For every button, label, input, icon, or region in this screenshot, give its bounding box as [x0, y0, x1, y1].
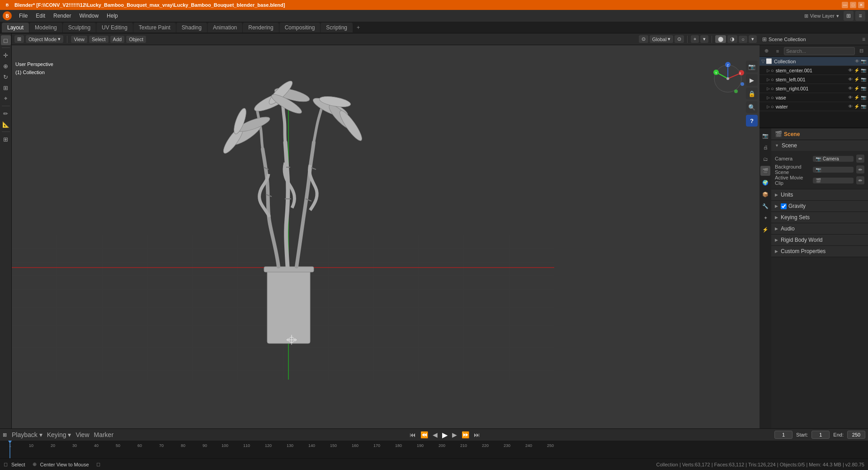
outliner-view-layer-btn[interactable]: ⊕	[761, 46, 771, 56]
outliner-sort-btn[interactable]: ≡	[773, 46, 783, 56]
tool-select[interactable]: ◻	[1, 35, 11, 45]
prop-tab-physics[interactable]: ⚡	[760, 225, 770, 235]
prop-tab-output[interactable]: 🖨	[760, 142, 770, 152]
jump-to-start-button[interactable]: ⏮	[408, 431, 417, 438]
viewport-gizmo[interactable]: X Y Z	[710, 61, 746, 97]
toggle-sidebar-button[interactable]: ≡	[855, 11, 865, 21]
section-custom-props-header[interactable]: ▶ Custom Properties	[771, 246, 868, 257]
background-edit-btn[interactable]: ✏	[856, 165, 864, 174]
gravity-checkbox[interactable]	[781, 203, 787, 209]
timeline-ruler[interactable]: 1 10 20 30 40 50 60 70 80 90 100 110 120…	[0, 441, 868, 458]
section-units-header[interactable]: ▶ Units	[771, 189, 868, 200]
tool-transform[interactable]: ⌖	[1, 94, 11, 103]
add-workspace-button[interactable]: +	[353, 23, 363, 33]
movie-clip-value[interactable]: 🎬	[813, 178, 854, 183]
viewport-lock-button[interactable]: 🔒	[746, 88, 758, 99]
tool-scale[interactable]: ⊞	[1, 83, 11, 93]
tool-add[interactable]: ⊞	[1, 134, 11, 144]
tool-rotate[interactable]: ↻	[1, 72, 11, 82]
tab-sculpting[interactable]: Sculpting	[63, 23, 96, 33]
tab-modeling[interactable]: Modeling	[29, 23, 62, 33]
proportional-edit-button[interactable]: ⊙	[675, 35, 684, 43]
tool-move[interactable]: ⊕	[1, 61, 11, 71]
render-button[interactable]: ▶	[746, 74, 758, 86]
tab-layout[interactable]: Layout	[2, 23, 29, 33]
section-keying-sets-header[interactable]: ▶ Keying Sets	[771, 212, 868, 223]
object-menu[interactable]: Object	[126, 36, 146, 43]
tab-shading[interactable]: Shading	[176, 23, 207, 33]
view-dropdown[interactable]: View	[74, 431, 90, 438]
outliner-item-collection[interactable]: ▽ ⬜ Collection 👁 📷	[760, 57, 868, 66]
jump-prev-button[interactable]: ⏪	[419, 431, 429, 438]
current-frame-input[interactable]	[774, 431, 793, 439]
prop-tab-world[interactable]: 🌍	[760, 178, 770, 188]
help-button[interactable]: ?	[746, 115, 758, 127]
menu-edit[interactable]: Edit	[32, 12, 49, 20]
pivot-point-button[interactable]: ⊙	[639, 35, 648, 43]
viewport-shading-rendered[interactable]: ○	[739, 36, 747, 43]
editor-type-vp-button[interactable]: ⊞	[14, 35, 24, 43]
tab-animation[interactable]: Animation	[208, 23, 242, 33]
prop-tab-modifier[interactable]: 🔧	[760, 201, 770, 211]
viewport-shading-material[interactable]: ◑	[727, 35, 737, 43]
section-gravity-header[interactable]: ▶ Gravity	[771, 201, 868, 212]
outliner-item-vase[interactable]: ▷ ○ vase 👁 ⚡ 📷	[760, 93, 868, 102]
tool-annotate[interactable]: ✏	[1, 108, 11, 118]
camera-edit-btn[interactable]: ✏	[856, 155, 864, 163]
tab-rendering[interactable]: Rendering	[243, 23, 278, 33]
minimize-button[interactable]: —	[842, 2, 848, 8]
prop-tab-view-layer[interactable]: 🗂	[760, 154, 770, 164]
section-audio-header[interactable]: ▶ Audio	[771, 223, 868, 234]
snap-dropdown[interactable]: ▾	[700, 35, 708, 43]
viewport[interactable]: ⊞ Object Mode ▾ View Select Add Object ⊙…	[12, 33, 760, 428]
snap-toggle[interactable]: ⌖	[691, 35, 699, 43]
play-button[interactable]: ▶	[441, 431, 449, 439]
marker-dropdown[interactable]: Marker	[93, 431, 115, 438]
prop-tab-object[interactable]: 📦	[760, 189, 770, 199]
menu-help[interactable]: Help	[103, 12, 122, 20]
object-mode-dropdown[interactable]: Object Mode ▾	[26, 35, 63, 43]
end-frame-input[interactable]	[847, 431, 865, 439]
tab-scripting[interactable]: Scripting	[321, 23, 353, 33]
prop-tab-particles[interactable]: ✦	[760, 213, 770, 223]
outliner-item-stem-center[interactable]: ▷ ○ stem_center.001 👁 ⚡ 📷	[760, 66, 868, 75]
close-button[interactable]: ✕	[858, 2, 864, 8]
jump-to-end-button[interactable]: ⏭	[472, 431, 481, 438]
playback-dropdown[interactable]: Playback ▾	[10, 431, 44, 438]
outliner-search-input[interactable]	[784, 47, 855, 55]
start-frame-input[interactable]	[811, 431, 830, 439]
step-back-button[interactable]: ◀	[431, 431, 439, 438]
maximize-button[interactable]: □	[850, 2, 856, 8]
movie-clip-edit-btn[interactable]: ✏	[856, 176, 864, 184]
outliner-item-stem-right[interactable]: ▷ ○ stem_right.001 👁 ⚡ 📷	[760, 84, 868, 93]
menu-render[interactable]: Render	[50, 12, 75, 20]
collection-render-icon[interactable]: 📷	[861, 59, 866, 64]
tab-texture-paint[interactable]: Texture Paint	[133, 23, 176, 33]
tab-uv-editing[interactable]: UV Editing	[96, 23, 133, 33]
prop-tab-scene[interactable]: 🎬	[760, 166, 770, 176]
tool-cursor[interactable]: ✛	[1, 50, 11, 60]
editor-type-button[interactable]: ⊞	[844, 11, 854, 21]
section-scene-header[interactable]: ▼ Scene	[771, 140, 868, 151]
menu-file[interactable]: File	[15, 12, 31, 20]
viewport-canvas[interactable]: User Perspective (1) Collection X	[12, 45, 760, 428]
background-value[interactable]: 📷	[813, 167, 854, 173]
prop-tab-render[interactable]: 📷	[760, 131, 770, 141]
filter-icon[interactable]: ≡	[862, 36, 865, 42]
menu-window[interactable]: Window	[75, 12, 102, 20]
add-menu[interactable]: Add	[110, 36, 125, 43]
tab-compositing[interactable]: Compositing	[279, 23, 321, 33]
viewport-shading-options[interactable]: ▾	[749, 35, 757, 43]
transform-orientations-button[interactable]: Global ▾	[650, 35, 674, 43]
jump-next-button[interactable]: ⏩	[460, 431, 471, 438]
step-forward-button[interactable]: ▶	[451, 431, 458, 438]
section-rigid-body-header[interactable]: ▶ Rigid Body World	[771, 235, 868, 245]
camera-value[interactable]: 📷 Camera	[813, 156, 854, 162]
outliner-item-stem-left[interactable]: ▷ ○ stem_left.001 👁 ⚡ 📷	[760, 75, 868, 84]
view-layer-dropdown[interactable]: ▾	[836, 13, 839, 19]
outliner-item-water[interactable]: ▷ ○ water 👁 ⚡ 📷	[760, 102, 868, 111]
viewport-shading-solid[interactable]: ⬤	[715, 35, 726, 43]
tool-measure[interactable]: 📐	[1, 119, 11, 129]
keying-dropdown[interactable]: Keying ▾	[46, 431, 73, 438]
outliner-filter-btn[interactable]: ⊟	[856, 46, 866, 56]
